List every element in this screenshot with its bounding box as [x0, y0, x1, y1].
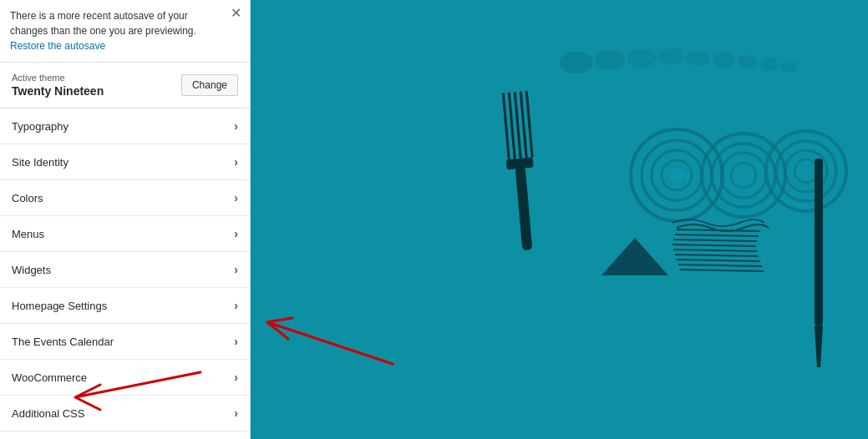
nav-item-wrapper-homepage-settings: Homepage Settings› — [0, 288, 250, 324]
chevron-icon-additional-css: › — [234, 406, 238, 420]
nav-item-homepage-settings[interactable]: Homepage Settings› — [0, 288, 250, 324]
chevron-icon-colors: › — [234, 191, 238, 204]
main-content — [251, 0, 868, 439]
active-theme-label: Active theme — [12, 73, 104, 83]
nav-item-wrapper-menus: Menus› — [0, 216, 250, 252]
svg-point-7 — [738, 55, 758, 68]
preview-image — [251, 0, 868, 439]
nav-label-homepage-settings: Homepage Settings — [12, 300, 107, 312]
svg-point-8 — [759, 58, 778, 71]
autosave-notice: There is a more recent autosave of your … — [0, 0, 250, 63]
nav-item-site-identity[interactable]: Site Identity› — [0, 144, 250, 180]
nav-item-widgets[interactable]: Widgets› — [0, 252, 250, 288]
chevron-icon-site-identity: › — [234, 155, 238, 169]
autosave-message: There is a more recent autosave of your … — [10, 10, 196, 37]
nav-item-wrapper-widgets: Widgets› — [0, 252, 250, 288]
nav-label-the-events-calendar: The Events Calendar — [12, 336, 114, 348]
svg-point-3 — [627, 49, 656, 68]
nav-item-wrapper-colors: Colors› — [0, 180, 250, 216]
change-theme-button[interactable]: Change — [181, 74, 238, 96]
nav-label-widgets: Widgets — [12, 264, 51, 276]
chevron-icon-widgets: › — [234, 263, 238, 276]
nav-item-colors[interactable]: Colors› — [0, 180, 250, 216]
sidebar: There is a more recent autosave of your … — [0, 0, 251, 439]
svg-point-21 — [670, 169, 683, 182]
nav-label-woocommerce: WooCommerce — [12, 371, 87, 384]
svg-point-6 — [713, 53, 735, 68]
sidebar-nav: Typography›Site Identity›Colors›Menus›Wi… — [0, 108, 250, 439]
nav-item-additional-css[interactable]: Additional CSS› — [0, 396, 250, 431]
svg-point-9 — [780, 61, 797, 73]
svg-rect-40 — [815, 159, 823, 325]
nav-label-additional-css: Additional CSS — [12, 407, 84, 420]
theme-name: Twenty Nineteen — [12, 84, 104, 98]
restore-autosave-link[interactable]: Restore the autosave — [10, 40, 105, 52]
svg-point-2 — [595, 50, 625, 70]
svg-point-4 — [658, 48, 683, 65]
active-theme-section: Active theme Twenty Nineteen Change — [0, 63, 250, 108]
nav-label-typography: Typography — [12, 120, 69, 133]
nav-item-woocommerce[interactable]: WooCommerce› — [0, 360, 250, 396]
nav-item-wrapper-additional-css: Additional CSS› — [0, 396, 250, 431]
nav-item-menus[interactable]: Menus› — [0, 216, 250, 252]
chevron-icon-woocommerce: › — [234, 371, 238, 384]
chevron-icon-homepage-settings: › — [234, 299, 238, 312]
close-autosave-button[interactable]: ✕ — [231, 7, 241, 20]
nav-item-wrapper-site-identity: Site Identity› — [0, 144, 250, 180]
nav-label-colors: Colors — [12, 192, 43, 204]
nav-item-wrapper-woocommerce: WooCommerce› — [0, 360, 250, 396]
chevron-icon-the-events-calendar: › — [234, 335, 238, 348]
nav-label-menus: Menus — [12, 228, 44, 240]
svg-point-1 — [560, 52, 593, 73]
nav-item-the-events-calendar[interactable]: The Events Calendar› — [0, 324, 250, 360]
chevron-icon-menus: › — [234, 227, 238, 240]
chevron-icon-typography: › — [234, 119, 238, 133]
active-theme-info: Active theme Twenty Nineteen — [12, 73, 104, 98]
nav-label-site-identity: Site Identity — [12, 156, 69, 169]
nav-item-wrapper-typography: Typography› — [0, 108, 250, 144]
nav-item-wrapper-the-events-calendar: The Events Calendar› — [0, 324, 250, 360]
svg-point-5 — [687, 51, 710, 66]
nav-item-typography[interactable]: Typography› — [0, 108, 250, 144]
